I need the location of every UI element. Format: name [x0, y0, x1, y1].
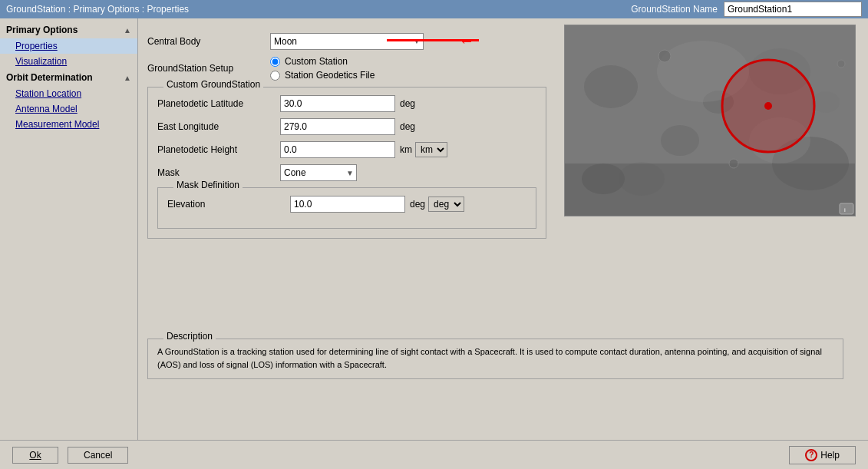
description-legend-wrapper: Description: [157, 332, 833, 342]
east-longitude-row: East Longitude deg: [157, 118, 536, 135]
primary-options-label: Primary Options: [6, 25, 78, 35]
description-box: Description A GroundStation is a trackin…: [147, 339, 843, 379]
sidebar-item-measurement-model[interactable]: Measurement Model: [0, 117, 137, 132]
collapse-icon-primary: ▲: [124, 26, 131, 35]
svg-point-8: [812, 91, 840, 113]
groundstation-setup-label: GroundStation Setup: [147, 63, 270, 74]
svg-point-12: [658, 50, 671, 62]
planetodetic-latitude-label: Planetodetic Latitude: [157, 98, 280, 109]
mask-row: Mask Cone Custom ▼: [157, 164, 536, 181]
help-icon: ?: [805, 449, 817, 461]
sidebar-item-station-location[interactable]: Station Location: [0, 86, 137, 101]
mask-dropdown-wrapper: Cone Custom ▼: [280, 164, 357, 181]
sidebar-item-antenna-model[interactable]: Antenna Model: [0, 101, 137, 117]
central-body-control: Moon Earth Mars ▼ ←: [270, 32, 487, 50]
radio-station-geodetics-input[interactable]: [270, 71, 280, 81]
east-longitude-input[interactable]: [280, 118, 395, 135]
custom-groundstation-legend: Custom GroundStation: [163, 79, 263, 90]
planetodetic-height-label: Planetodetic Height: [157, 144, 280, 155]
radio-custom-station-label: Custom Station: [285, 56, 348, 67]
sidebar-item-visualization[interactable]: Visualization: [0, 54, 137, 69]
svg-rect-17: [840, 203, 853, 214]
central-body-label: Central Body: [147, 36, 270, 47]
content-area: i Central Body Moon Earth Mars ▼: [138, 18, 868, 469]
sidebar: Primary Options ▲ Properties Visualizati…: [0, 18, 138, 469]
bottom-bar: Ok Cancel ? Help: [0, 440, 868, 469]
red-arrow-line: [387, 39, 479, 41]
inner-layout: Primary Options ▲ Properties Visualizati…: [0, 18, 868, 469]
groundstation-name-label: GroundStation Name: [631, 4, 718, 15]
elevation-unit-dropdown[interactable]: deg rad: [428, 197, 464, 212]
description-area: Description A GroundStation is a trackin…: [147, 339, 843, 379]
planetodetic-height-unit-dropdown[interactable]: km m: [415, 142, 447, 157]
fieldset-legend-wrapper: Custom GroundStation: [157, 80, 536, 91]
groundstation-setup-radio-group: Custom Station Station Geodetics File: [270, 56, 375, 81]
svg-point-2: [661, 125, 699, 156]
custom-groundstation-fieldset: Custom GroundStation Planetodetic Latitu…: [147, 87, 546, 239]
planetodetic-latitude-unit: deg: [400, 98, 415, 109]
sidebar-item-properties[interactable]: Properties: [0, 38, 137, 54]
mask-definition-legend-wrapper: Mask Definition: [167, 180, 526, 191]
orbit-determination-label: Orbit Determination: [6, 72, 93, 83]
groundstation-name-area: GroundStation Name: [631, 2, 862, 17]
mask-definition-fieldset: Mask Definition Elevation deg deg rad: [157, 187, 536, 229]
svg-text:i: i: [844, 206, 846, 213]
sidebar-section-orbit-determination[interactable]: Orbit Determination ▲: [0, 69, 137, 86]
mask-dropdown[interactable]: Cone Custom: [280, 164, 357, 181]
help-button[interactable]: ? Help: [789, 446, 856, 464]
mask-definition-legend: Mask Definition: [173, 180, 243, 190]
ok-button[interactable]: Ok: [12, 447, 58, 464]
planetodetic-latitude-input[interactable]: [280, 95, 395, 112]
moon-map-svg: i: [565, 25, 856, 216]
planetodetic-height-input[interactable]: [280, 141, 395, 158]
globe-preview: i: [564, 25, 856, 216]
svg-point-16: [764, 102, 772, 110]
planetodetic-height-unit: km: [400, 144, 412, 155]
radio-custom-station[interactable]: Custom Station: [270, 56, 375, 67]
svg-rect-9: [565, 163, 856, 216]
elevation-row: Elevation deg deg rad: [167, 196, 526, 213]
svg-point-14: [837, 60, 845, 68]
description-legend: Description: [163, 331, 216, 342]
planetodetic-latitude-row: Planetodetic Latitude deg: [157, 95, 536, 112]
mask-label: Mask: [157, 167, 280, 178]
planetodetic-height-row: Planetodetic Height km km m: [157, 141, 536, 158]
help-label: Help: [820, 450, 840, 461]
collapse-icon-orbit: ▲: [124, 74, 131, 82]
breadcrumb: GroundStation : Primary Options : Proper…: [6, 4, 189, 15]
description-text: A GroundStation is a tracking station us…: [157, 347, 822, 369]
elevation-label: Elevation: [167, 199, 290, 210]
svg-point-1: [584, 65, 638, 108]
east-longitude-label: East Longitude: [157, 121, 280, 132]
radio-custom-station-input[interactable]: [270, 57, 280, 67]
svg-point-13: [729, 159, 738, 168]
elevation-input[interactable]: [290, 196, 405, 213]
title-bar: GroundStation : Primary Options : Proper…: [0, 0, 868, 18]
radio-station-geodetics[interactable]: Station Geodetics File: [270, 70, 375, 81]
sidebar-section-primary-options[interactable]: Primary Options ▲: [0, 21, 137, 38]
elevation-unit: deg: [410, 199, 425, 210]
groundstation-name-input[interactable]: [724, 2, 862, 17]
east-longitude-unit: deg: [400, 121, 415, 132]
radio-station-geodetics-label: Station Geodetics File: [285, 70, 375, 81]
cancel-button[interactable]: Cancel: [68, 447, 128, 464]
